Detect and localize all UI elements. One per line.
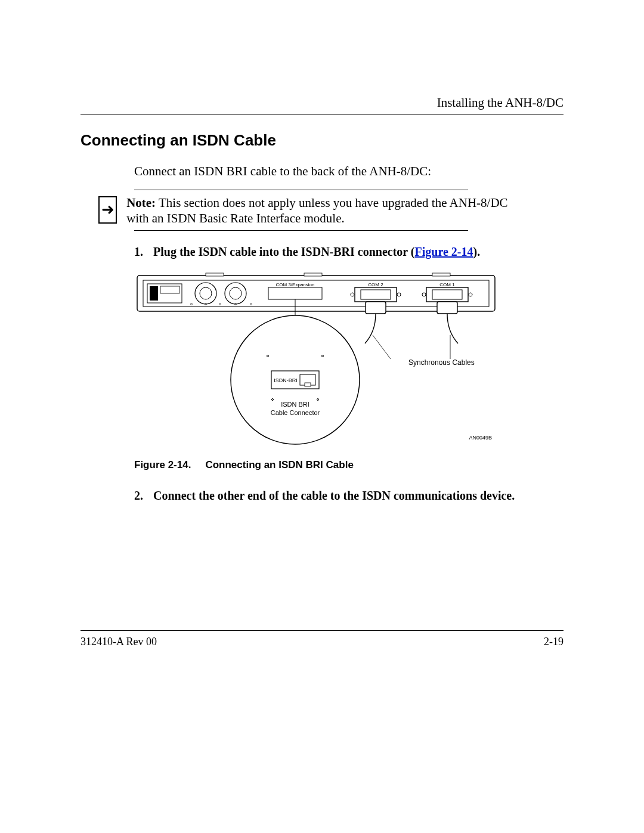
svg-rect-16 [361, 290, 391, 299]
step-1: 1. Plug the ISDN cable into the ISDN-BRI… [134, 245, 564, 259]
svg-point-21 [422, 293, 426, 296]
label-com1: COM 1 [439, 282, 455, 287]
step-2-number: 2. [134, 489, 147, 503]
svg-point-18 [397, 293, 401, 296]
figure-art-id: AN0049B [469, 435, 492, 441]
figure-ref-link[interactable]: Figure 2-14 [415, 245, 473, 258]
footer-rule [80, 630, 564, 631]
footer-doc-id: 312410-A Rev 00 [80, 636, 157, 648]
svg-rect-25 [432, 273, 450, 276]
label-isdn-connector-l2: Cable Connector [271, 409, 320, 416]
step-2: 2. Connect the other end of the cable to… [134, 489, 564, 503]
footer-page-number: 2-19 [544, 636, 564, 648]
svg-rect-4 [160, 286, 179, 293]
figure-2-14: COM 3/Expansion COM 2 COM 1 [134, 270, 564, 471]
note-label: Note: [126, 196, 156, 210]
figure-caption: Figure 2-14.Connecting an ISDN BRI Cable [134, 459, 564, 471]
svg-point-8 [230, 287, 242, 299]
svg-line-28 [373, 335, 391, 359]
svg-point-17 [351, 293, 354, 296]
figure-svg: COM 3/Expansion COM 2 COM 1 [134, 270, 504, 448]
svg-rect-34 [305, 383, 311, 386]
label-isdn-connector-l1: ISDN BRI [281, 401, 309, 408]
page-footer: 312410-A Rev 00 2-19 [80, 630, 564, 648]
note-arrow-icon: ➜ [98, 196, 117, 224]
step-1-number: 1. [134, 245, 147, 259]
step-1-text-b: ). [473, 245, 480, 258]
svg-rect-3 [150, 286, 158, 301]
svg-rect-23 [206, 273, 224, 276]
svg-point-22 [469, 293, 472, 296]
svg-rect-14 [268, 287, 322, 299]
section-title: Connecting an ISDN Cable [80, 131, 564, 150]
note-bottom-rule [134, 230, 468, 231]
label-sync-cables: Synchronous Cables [408, 358, 475, 367]
header-rule [80, 114, 564, 114]
svg-rect-24 [304, 273, 322, 276]
running-header: Installing the ANH-8/DC [80, 95, 564, 110]
intro-paragraph: Connect an ISDN BRI cable to the back of… [134, 164, 564, 179]
note-top-rule [134, 190, 468, 190]
figure-caption-number: Figure 2-14. [134, 459, 191, 470]
note-body: This section does not apply unless you h… [126, 196, 507, 225]
figure-caption-title: Connecting an ISDN BRI Cable [205, 459, 353, 470]
note-text: Note: This section does not apply unless… [126, 195, 516, 227]
svg-point-6 [200, 287, 212, 299]
svg-rect-26 [366, 302, 386, 314]
label-com2: COM 2 [368, 282, 383, 287]
step-1-text-a: Plug the ISDN cable into the ISDN-BRI co… [153, 245, 415, 258]
label-com3: COM 3/Expansion [276, 282, 315, 287]
label-isdn-bri-port: ISDN-BRI [274, 377, 298, 383]
svg-rect-20 [432, 290, 462, 299]
step-2-text: Connect the other end of the cable to th… [153, 489, 515, 503]
svg-rect-27 [437, 302, 457, 314]
